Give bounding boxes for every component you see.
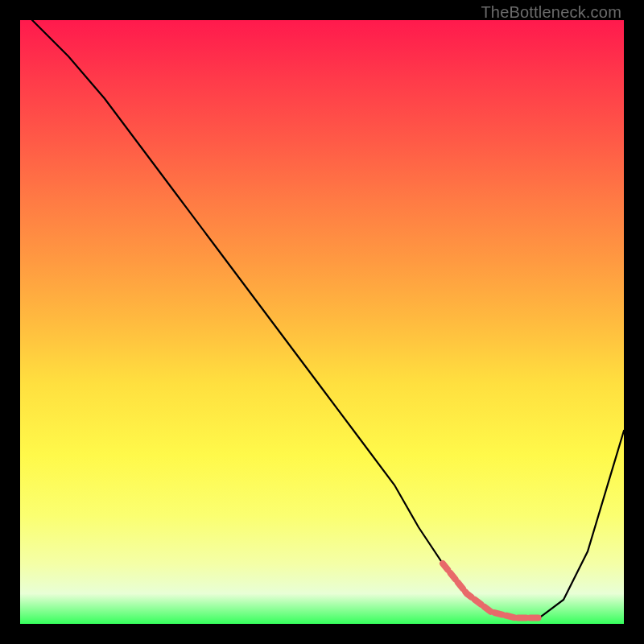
chart-svg (20, 20, 624, 624)
curve-highlight-valley (443, 564, 539, 618)
bottleneck-curve (32, 20, 624, 618)
watermark-text: TheBottleneck.com (481, 3, 621, 22)
